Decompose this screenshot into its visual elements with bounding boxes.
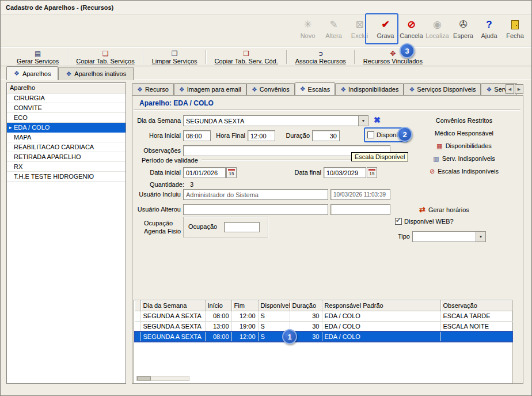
- data-final-field[interactable]: 10/03/2029: [324, 167, 366, 178]
- column-header[interactable]: Duração: [290, 300, 322, 311]
- gerar-horarios-button[interactable]: ⇄ Gerar horários: [419, 205, 469, 214]
- grava-button[interactable]: ✔ Grava: [373, 15, 398, 46]
- disponivel-web-checkbox[interactable]: [395, 218, 402, 225]
- gerar-servicos-button[interactable]: ▤ Gerar Serviços: [9, 50, 67, 65]
- recursos-vinculados-button[interactable]: ✥ Recursos Vinculados: [355, 50, 431, 65]
- usuario-alterou-datetime-field[interactable]: [330, 204, 390, 215]
- quantidade-label: Quantidade:: [150, 181, 184, 188]
- copiar-tab-serv-cod-button[interactable]: ❒ Copiar Tab. Serv. Cód.: [207, 50, 286, 65]
- hora-inicial-field[interactable]: 08:00: [183, 130, 211, 141]
- table-cell: ESCALA NOITE: [440, 321, 512, 331]
- tipo-combo[interactable]: ▼: [412, 231, 486, 242]
- detail-tab-escalas[interactable]: ❖Escalas: [295, 82, 335, 95]
- wait-icon: ✇: [459, 17, 467, 32]
- table-cell: 30: [290, 321, 322, 331]
- disponivel-checkbox[interactable]: [367, 131, 374, 138]
- novo-button: ✳ Novo: [295, 15, 321, 46]
- table-cell: EDA / COLO: [322, 321, 440, 331]
- table-row[interactable]: SEGUNDA A SEXTA08:0012:00S30EDA / COLOES…: [135, 311, 512, 321]
- form-header: Aparelho: EDA / COLO: [139, 99, 214, 107]
- detail-tab-indisponibilidades[interactable]: ❖Indisponibilidades: [335, 83, 404, 95]
- list-item[interactable]: MAPA: [7, 133, 126, 142]
- espera-button[interactable]: ✇ Espera: [450, 15, 476, 46]
- column-header[interactable]: Fim: [231, 300, 258, 311]
- list-item[interactable]: RETIRADA APARELHO: [7, 152, 126, 162]
- list-item[interactable]: RX: [7, 162, 126, 172]
- device-list: Aparelho CIRURGIACONVITEECO▸EDA / COLOMA…: [6, 82, 126, 384]
- hora-final-label: Hora Final: [213, 132, 245, 139]
- hora-final-field[interactable]: 12:00: [248, 130, 275, 141]
- save-check-icon: ✔: [381, 17, 389, 32]
- scroll-left-icon[interactable]: ◀: [506, 84, 514, 94]
- detail-tab-conv-nios[interactable]: ❖Convênios: [246, 83, 295, 95]
- detail-tab-recurso[interactable]: ❖Recurso: [132, 83, 174, 95]
- column-header[interactable]: Observação: [440, 300, 512, 311]
- ocupacao-field[interactable]: [224, 222, 260, 232]
- data-inicial-label: Data inicial: [144, 169, 181, 176]
- ajuda-button[interactable]: ? Ajuda: [476, 15, 502, 46]
- diamond-icon: ❖: [179, 86, 185, 93]
- list-item[interactable]: T.H.E TESTE HIDROGENIO: [7, 172, 126, 182]
- column-header[interactable]: Início: [205, 300, 231, 311]
- associa-recursos-button[interactable]: ➲ Associa Recursos: [287, 50, 354, 65]
- scrollbar-thumb[interactable]: [137, 376, 151, 380]
- calendar-icon[interactable]: 15: [367, 167, 377, 178]
- list-item[interactable]: CONVITE: [7, 103, 126, 113]
- copiar-tab-servicos-button[interactable]: ❏ Copiar Tab. Serviços: [68, 50, 142, 65]
- help-icon: ?: [486, 17, 492, 32]
- table-cell: 30: [290, 311, 322, 321]
- column-header[interactable]: Responsável Padrão: [322, 300, 440, 311]
- data-inicial-field[interactable]: 01/01/2026: [183, 167, 226, 178]
- diamond-icon: ❖: [340, 86, 346, 93]
- list-item[interactable]: CIRURGIA: [7, 93, 126, 103]
- medico-responsavel-link[interactable]: Médico Responsável: [413, 127, 515, 139]
- diamond-icon: ❖: [486, 86, 492, 93]
- diamond-icon: ❖: [66, 70, 71, 78]
- clear-schedule-icon[interactable]: ✖: [374, 115, 381, 125]
- dia-da-semana-combo[interactable]: SEGUNDA A SEXTA ▼: [183, 115, 368, 126]
- list-item[interactable]: ▸EDA / COLO: [7, 123, 126, 133]
- main-toolbar: ✳ Novo ✎ Altera ⊠ Exclui ✔ Grava ⊘ Cance…: [1, 14, 531, 47]
- schedule-grid: Dia da SemanaInícioFimDisponívelDuraçãoR…: [134, 300, 512, 384]
- horizontal-scrollbar[interactable]: [136, 376, 189, 381]
- chevron-down-icon[interactable]: ▼: [476, 232, 485, 242]
- diamond-icon: ❖: [137, 86, 143, 93]
- diamond-icon: ❖: [252, 86, 257, 93]
- disponivel-web-row: Disponível WEB?: [395, 218, 454, 225]
- serv-indisponiveis-link[interactable]: ▥ Serv. Indisponíveis: [413, 152, 515, 165]
- device-list-body: CIRURGIACONVITEECO▸EDA / COLOMAPAREABILI…: [7, 93, 126, 182]
- convenios-restritos-link[interactable]: Convênios Restritos: [413, 114, 515, 127]
- detail-tab-servi-os-dispon-veis[interactable]: ❖Serviços Disponíveis: [404, 83, 481, 95]
- fecha-button[interactable]: Fecha: [502, 15, 528, 46]
- usuario-incluiu-label: Usuário Incluiu: [135, 191, 181, 198]
- table-row[interactable]: SEGUNDA A SEXTA08:0012:00S30EDA / COLO: [135, 331, 512, 342]
- observacoes-label: Observações: [135, 147, 181, 154]
- row-indicator-cell: [135, 321, 140, 331]
- tab-aparelhos[interactable]: ❖ Aparelhos: [6, 66, 58, 80]
- detail-tab-imagem-para-email[interactable]: ❖Imagem para email: [174, 83, 246, 95]
- action-toolbar: ▤ Gerar Serviços ❏ Copiar Tab. Serviços …: [1, 47, 531, 66]
- ocupacao-agenda-fisio-label: Ocupação Agenda Fisio: [144, 219, 181, 235]
- duracao-field[interactable]: 30: [312, 130, 340, 141]
- column-header[interactable]: Disponível: [258, 300, 290, 311]
- detail-tabs: ❖Recurso❖Imagem para email❖Convênios❖Esc…: [132, 82, 523, 95]
- usuario-incluiu-field[interactable]: Administrador do Sistema: [183, 189, 328, 200]
- cancela-button[interactable]: ⊘ Cancela: [398, 15, 424, 46]
- calendar-icon[interactable]: 15: [226, 167, 237, 178]
- chevron-down-icon[interactable]: ▼: [358, 116, 368, 126]
- tab-aparelhos-inativos[interactable]: ❖ Aparelhos inativos: [58, 67, 134, 80]
- usuario-alterou-field[interactable]: [183, 204, 328, 215]
- main-tabs: ❖ Aparelhos ❖ Aparelhos inativos: [6, 66, 134, 80]
- scroll-right-icon[interactable]: ▶: [515, 84, 523, 94]
- escalas-indisponiveis-link[interactable]: ⊘ Escalas Indisponíveis: [413, 165, 515, 178]
- ocupacao-groupbox: Ocupação: [183, 217, 268, 237]
- usuario-incluiu-datetime-field[interactable]: 10/03/2026 11:03:39: [330, 189, 390, 200]
- column-header[interactable]: Dia da Semana: [140, 300, 205, 311]
- annotation-circle-2: 2: [397, 127, 412, 142]
- list-item[interactable]: REABILITACAO CARDIACA: [7, 142, 126, 152]
- disponibilidades-link[interactable]: ▦ Disponibilidades: [413, 139, 515, 152]
- list-item[interactable]: ECO: [7, 113, 126, 123]
- limpar-servicos-button[interactable]: ❐ Limpar Serviços: [144, 50, 206, 65]
- periodo-validade-caption: Período de validade: [142, 157, 198, 164]
- table-row[interactable]: SEGUNDA A SEXTA13:0019:00S30EDA / COLOES…: [135, 321, 512, 331]
